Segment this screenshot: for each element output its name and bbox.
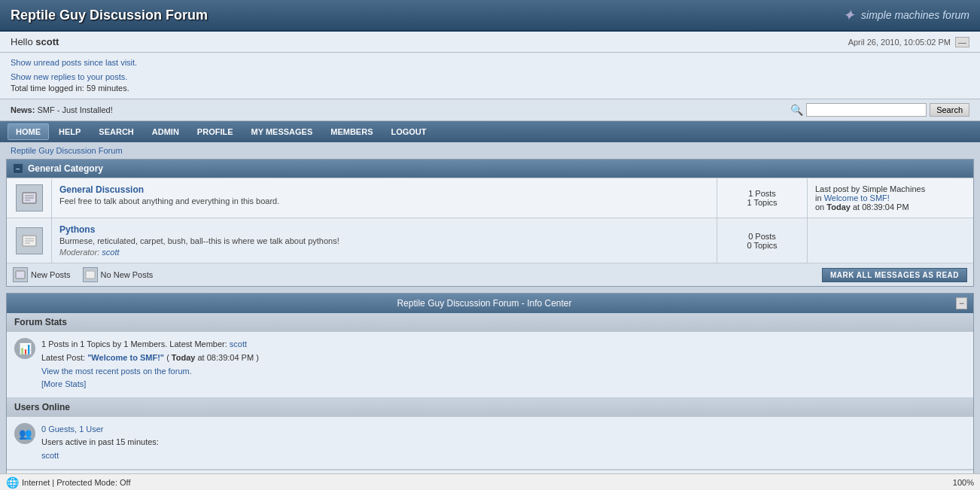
search-button[interactable]: Search <box>930 103 969 117</box>
legend-new-posts-icon <box>13 267 28 282</box>
unread-posts-link[interactable]: Show unread posts since last visit. <box>11 56 969 70</box>
nav-my-messages[interactable]: MY MESSAGES <box>243 123 321 140</box>
latest-member-link[interactable]: scott <box>230 339 247 348</box>
legend-row: New Posts No New Posts MARK ALL MESSAGES… <box>7 263 973 286</box>
mark-all-read-button[interactable]: MARK ALL MESSAGES AS READ <box>822 268 967 282</box>
board-topics-count: 1 Topics <box>747 198 777 207</box>
board-name-pythons[interactable]: Pythons <box>59 224 95 235</box>
board-new-posts-icon <box>16 184 43 212</box>
news-label: News: <box>11 105 35 114</box>
site-header: Reptile Guy Discussion Forum ✦ simple ma… <box>0 0 980 32</box>
board-desc-pythons: Burmese, reticulated, carpet, bush, ball… <box>59 236 709 245</box>
forum-stats-icon: 📊 <box>14 338 35 359</box>
forum-stats-content: 📊 1 Posts in 1 Topics by 1 Members. Late… <box>7 332 973 397</box>
last-post-on-label: on <box>815 202 824 212</box>
nav-home[interactable]: HOME <box>8 123 49 140</box>
board-info-cell-pythons: Pythons Burmese, reticulated, carpet, bu… <box>52 218 717 263</box>
latest-post-link[interactable]: "Welcome to SMF!" <box>87 353 164 362</box>
more-stats-link[interactable]: [More Stats] <box>41 379 86 388</box>
last-post-date-bold: Today <box>826 202 851 212</box>
users-online-header: Users Online <box>7 398 973 417</box>
smf-logo-icon: ✦ <box>842 6 855 24</box>
table-row: General Discussion Feel free to talk abo… <box>7 178 973 218</box>
new-replies-link[interactable]: Show new replies to your posts. <box>11 70 969 84</box>
board-stats-pythons: 0 Posts 0 Topics <box>717 218 808 263</box>
no-new-posts-label: No New Posts <box>101 270 154 279</box>
board-info-cell: General Discussion Feel free to talk abo… <box>52 178 717 218</box>
category-title: General Category <box>28 163 103 174</box>
last-post-in-label: in <box>815 193 822 202</box>
news-bar: News: SMF - Just Installed! 🔍 Search <box>0 99 980 121</box>
legend-new-posts: New Posts <box>13 267 71 282</box>
users-online-content: 👥 0 Guests, 1 User Users active in past … <box>7 417 973 470</box>
legend-no-new-posts: No New Posts <box>83 267 154 282</box>
category-collapse-btn[interactable]: − <box>13 163 23 174</box>
welcome-meta: April 26, 2010, 10:05:02 PM — <box>848 37 969 47</box>
board-posts-count: 1 Posts <box>748 189 776 198</box>
moderator-link[interactable]: scott <box>102 248 119 257</box>
status-bar: 🌐 Internet | Protected Mode: Off 100% <box>0 473 980 490</box>
zoom-label: 100% <box>953 478 974 487</box>
last-post-topic-link[interactable]: Welcome to SMF! <box>824 193 890 202</box>
forum-stats-header: Forum Stats <box>7 313 973 332</box>
last-post-by: by Simple Machines <box>851 184 925 193</box>
internet-label: Internet | Protected Mode: Off <box>22 478 131 487</box>
nav-members[interactable]: MEMBERS <box>322 123 381 140</box>
username-display: scott <box>35 36 59 47</box>
info-center-block: Reptile Guy Discussion Forum - Info Cent… <box>6 293 974 490</box>
latest-post-label: Latest Post: <box>41 353 85 362</box>
board-name-general[interactable]: General Discussion <box>59 184 144 195</box>
welcome-bar: Hello scott April 26, 2010, 10:05:02 PM … <box>0 32 980 53</box>
info-center-title: Reptile Guy Discussion Forum - Info Cent… <box>13 298 956 309</box>
moderator-label: Moderator: <box>59 248 99 257</box>
search-icon: 🔍 <box>790 104 803 116</box>
breadcrumb-link[interactable]: Reptile Guy Discussion Forum <box>11 146 123 155</box>
board-desc-general: Feel free to talk about anything and eve… <box>59 196 709 205</box>
search-area: 🔍 Search <box>790 103 969 117</box>
nav-logout[interactable]: LOGOUT <box>382 123 434 140</box>
board-posts-count-pythons: 0 Posts <box>748 232 776 241</box>
legend-no-new-posts-icon <box>83 267 98 282</box>
latest-post-date-pre: ( <box>166 353 172 362</box>
latest-post-date: at 08:39:04 PM ) <box>198 353 259 362</box>
board-no-new-posts-icon <box>16 227 43 254</box>
last-post-label: Last post <box>815 184 849 193</box>
board-lastpost-general: Last post by Simple Machines in Welcome … <box>808 178 973 218</box>
smf-logo: ✦ simple machines forum <box>842 6 969 24</box>
guests-users-link[interactable]: 0 Guests, 1 User <box>41 425 104 434</box>
smf-logo-text: simple machines forum <box>861 9 969 21</box>
nav-help[interactable]: HELP <box>50 123 89 140</box>
news-content: SMF - Just Installed! <box>37 105 112 114</box>
globe-icon: 🌐 <box>6 476 19 488</box>
board-lastpost-pythons <box>808 218 973 263</box>
svg-rect-9 <box>86 271 95 278</box>
view-recent-link[interactable]: View the most recent posts on the forum. <box>41 367 192 376</box>
latest-post-date-bold: Today <box>172 353 196 362</box>
welcome-text: Hello scott <box>11 36 59 47</box>
users-online-text: 0 Guests, 1 User Users active in past 15… <box>41 423 966 463</box>
info-bar: Show unread posts since last visit. Show… <box>0 53 980 99</box>
hello-label: Hello <box>11 36 33 47</box>
welcome-minimize-btn[interactable]: — <box>955 37 969 47</box>
stats-line: 1 Posts in 1 Topics by 1 Members. Latest… <box>41 339 227 348</box>
new-posts-label: New Posts <box>31 270 71 279</box>
legend-items: New Posts No New Posts <box>13 267 153 282</box>
breadcrumb: Reptile Guy Discussion Forum <box>0 142 980 159</box>
board-icon-cell-pythons <box>7 218 52 263</box>
site-title: Reptile Guy Discussion Forum <box>11 8 208 23</box>
forum-stats-text: 1 Posts in 1 Topics by 1 Members. Latest… <box>41 338 966 391</box>
general-category-block: − General Category General Discussion Fe… <box>6 159 974 287</box>
svg-rect-8 <box>16 271 25 278</box>
news-text: News: SMF - Just Installed! <box>11 105 113 114</box>
nav-bar: HOME HELP SEARCH ADMIN PROFILE MY MESSAG… <box>0 121 980 142</box>
search-input[interactable] <box>806 103 927 117</box>
board-icon-cell <box>7 178 52 218</box>
nav-admin[interactable]: ADMIN <box>144 123 187 140</box>
nav-profile[interactable]: PROFILE <box>189 123 242 140</box>
online-user-link[interactable]: scott <box>41 451 59 460</box>
info-center-minimize-btn[interactable]: − <box>956 297 967 309</box>
logged-time: Total time logged in: 59 minutes. <box>11 84 129 93</box>
nav-search[interactable]: SEARCH <box>90 123 142 140</box>
board-topics-count-pythons: 0 Topics <box>747 241 777 250</box>
last-post-date: at 08:39:04 PM <box>853 202 909 212</box>
